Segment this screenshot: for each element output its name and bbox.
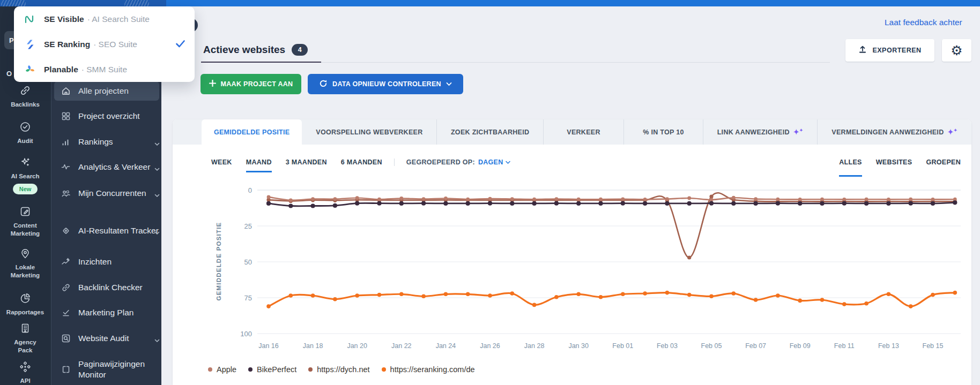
feedback-link[interactable]: Laat feedback achter: [885, 18, 962, 27]
sidebar-item-ai-resultaten-tracker[interactable]: AI-Resultaten Tracker: [54, 218, 159, 243]
svg-text:Jan 30: Jan 30: [568, 342, 589, 350]
home-icon: [61, 86, 71, 96]
selected-check-icon: [176, 40, 185, 50]
sidebar-item-website-audit[interactable]: Website Audit: [54, 329, 159, 348]
svg-text:Jan 18: Jan 18: [303, 342, 323, 350]
checklist-icon: [61, 308, 71, 318]
rail-item-content-marketing[interactable]: Content Marketing: [0, 206, 50, 238]
svg-text:Feb 03: Feb 03: [657, 342, 678, 350]
sidebar-item-alle-projecten[interactable]: Alle projecten: [54, 81, 159, 101]
tab-vermeldingen-aanwezigheid[interactable]: VERMELDINGEN AANWEZIGHEID✦✦: [817, 119, 971, 145]
planable-logo-icon: [24, 64, 36, 76]
partially-hidden-label: O: [6, 70, 12, 78]
rail-item-api[interactable]: API: [0, 361, 50, 385]
svg-text:Feb 13: Feb 13: [878, 342, 899, 350]
pages-icon: [61, 365, 71, 374]
banner-zigzag-decoration: [124, 0, 149, 6]
sidebar-item-project-overzicht[interactable]: Project overzicht: [54, 107, 159, 125]
svg-text:Feb 15: Feb 15: [923, 342, 944, 350]
gear-icon: ⚙: [951, 44, 962, 57]
chevron-down-icon: [506, 161, 510, 164]
map-pin-icon: [19, 247, 31, 261]
refresh-data-button[interactable]: DATA OPNIEUW CONTROLEREN: [308, 74, 463, 94]
svg-text:GEMIDDELDE POSITIE: GEMIDDELDE POSITIE: [216, 222, 222, 301]
period-3-maanden[interactable]: 3 MAANDEN: [286, 158, 327, 171]
backlinks-chain-icon: [19, 85, 31, 99]
rail-item-backlinks[interactable]: Backlinks: [0, 85, 50, 109]
svg-text:Jan 20: Jan 20: [347, 342, 367, 350]
page-title: Actieve websites: [203, 44, 285, 56]
chevron-down-icon: [147, 336, 153, 341]
title-divider: [321, 62, 830, 63]
sidebar-item-paginawijzigingen-monitor[interactable]: Paginawijzigingen Monitor: [54, 357, 159, 382]
tab-voorspelling-webverkeer[interactable]: VOORSPELLING WEBVERKEER: [302, 119, 436, 145]
sparkle-icon: ✦✦: [947, 128, 957, 136]
legend-item-seranking-de[interactable]: https://seranking.com/de: [382, 365, 475, 374]
tab-zoek-zichtbaarheid[interactable]: ZOEK ZICHTBAARHEID: [436, 119, 543, 145]
tab-link-aanwezigheid[interactable]: LINK AANWEZIGHEID✦✦: [703, 119, 817, 145]
upload-icon: [858, 45, 867, 56]
sidebar-item-rankings[interactable]: Rankings: [54, 133, 159, 151]
sidebar-item-marketing-plan[interactable]: Marketing Plan: [54, 304, 159, 322]
svg-text:Jan 22: Jan 22: [391, 342, 412, 350]
rail-item-ai-search[interactable]: AI Search New: [0, 156, 50, 194]
banner-zigzag-decoration: [1, 0, 26, 6]
people-icon: [61, 188, 71, 198]
trend-sparkle-icon: [61, 257, 71, 267]
se-visible-logo-icon: [24, 13, 36, 25]
period-maand[interactable]: MAAND: [246, 158, 272, 172]
scope-alles[interactable]: ALLES: [839, 158, 862, 177]
svg-text:Feb 07: Feb 07: [745, 342, 766, 350]
suite-item-se-visible[interactable]: SE Visible · AI Search Suite: [14, 6, 195, 32]
dashboard-grid-icon: [61, 111, 71, 121]
chart-legend: Apple BikePerfect https://dych.net https…: [208, 365, 475, 374]
rail-item-audit[interactable]: Audit: [0, 121, 50, 145]
svg-text:100: 100: [240, 330, 252, 338]
rail-item-agency-pack[interactable]: Agency Pack: [0, 322, 50, 354]
period-week[interactable]: WEEK: [211, 158, 232, 171]
refresh-icon: [319, 79, 328, 89]
content-pencil-icon: [19, 206, 31, 220]
create-project-button[interactable]: MAAK PROJECT AAN: [201, 74, 301, 94]
plus-icon: [209, 80, 216, 88]
period-6-maanden[interactable]: 6 MAANDEN: [341, 158, 382, 171]
building-icon: [19, 322, 31, 336]
legend-item-apple[interactable]: Apple: [208, 365, 236, 374]
legend-dot: [308, 367, 313, 372]
scope-groepen[interactable]: GROEPEN: [926, 158, 961, 177]
grouped-by-label: GEGROEPEERD OP:: [406, 158, 475, 166]
legend-item-bikeperfect[interactable]: BikePerfect: [248, 365, 296, 374]
scope-websites[interactable]: WEBSITES: [876, 158, 912, 177]
svg-text:Jan 26: Jan 26: [480, 342, 500, 350]
sidebar-item-analytics-verkeer[interactable]: Analytics & Verkeer: [54, 158, 159, 176]
suite-item-planable[interactable]: Planable · SMM Suite: [14, 57, 195, 82]
settings-button[interactable]: ⚙: [942, 39, 971, 62]
chevron-down-icon: [147, 164, 153, 170]
api-nodes-icon: [19, 361, 31, 375]
legend-dot: [208, 367, 212, 372]
page-title-row: Actieve websites 4: [203, 44, 308, 56]
svg-text:Feb 05: Feb 05: [701, 342, 722, 350]
svg-text:Jan 28: Jan 28: [524, 342, 545, 350]
svg-text:Jan 24: Jan 24: [436, 342, 456, 350]
suite-item-se-ranking[interactable]: SE Ranking · SEO Suite: [14, 32, 195, 57]
svg-text:0: 0: [248, 186, 252, 194]
tab-in-top-10[interactable]: % IN TOP 10: [623, 119, 702, 145]
rail-item-rapportages[interactable]: Rapportages: [0, 292, 50, 316]
tab-gemiddelde-positie[interactable]: GEMIDDELDE POSITIE: [202, 119, 302, 145]
tab-verkeer[interactable]: VERKEER: [543, 119, 623, 145]
sidebar-item-mijn-concurrenten[interactable]: Mijn Concurrenten: [54, 184, 159, 202]
sidebar-item-backlink-checker[interactable]: Backlink Checker: [54, 278, 159, 297]
period-selector: WEEK MAAND 3 MAANDEN 6 MAANDEN GEGROEPEE…: [211, 158, 510, 177]
export-button[interactable]: EXPORTEREN: [845, 39, 934, 62]
legend-dot: [248, 367, 253, 372]
sidebar-item-inzichten[interactable]: Inzichten: [54, 253, 159, 271]
chart-controls: WEEK MAAND 3 MAANDEN 6 MAANDEN GEGROEPEE…: [211, 158, 961, 177]
average-position-chart: 0255075100Jan 16Jan 18Jan 20Jan 22Jan 24…: [177, 181, 967, 358]
rail-item-lokale-marketing[interactable]: Lokale Marketing: [0, 247, 50, 280]
suite-switcher-dropdown: SE Visible · AI Search Suite SE Ranking …: [14, 6, 195, 82]
legend-item-dych-net[interactable]: https://dych.net: [308, 365, 369, 374]
pulse-line-icon: [61, 162, 71, 172]
grouped-by-select[interactable]: DAGEN: [478, 158, 510, 166]
svg-text:75: 75: [244, 294, 252, 302]
